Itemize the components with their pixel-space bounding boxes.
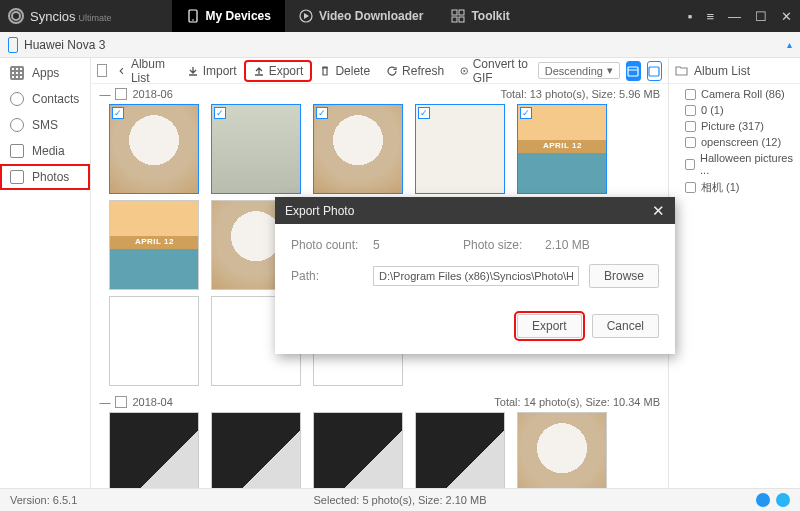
cancel-button[interactable]: Cancel bbox=[592, 314, 659, 338]
group-date: 2018-06 bbox=[132, 88, 172, 100]
album-item[interactable]: 相机 (1) bbox=[673, 178, 796, 197]
photo-thumb[interactable]: ✓ bbox=[211, 104, 301, 194]
group-checkbox[interactable] bbox=[115, 396, 127, 408]
sidebar-item-media[interactable]: Media bbox=[0, 138, 90, 164]
collapse-icon[interactable]: — bbox=[99, 88, 110, 100]
group-header: — 2018-06 Total: 13 photo(s), Size: 5.96… bbox=[91, 84, 668, 104]
count-label: Photo count: bbox=[291, 238, 363, 252]
tab-toolkit[interactable]: Toolkit bbox=[437, 0, 523, 32]
album-item[interactable]: openscreen (12) bbox=[673, 134, 796, 150]
photo-thumb[interactable] bbox=[109, 296, 199, 386]
twitter-icon[interactable] bbox=[776, 493, 790, 507]
btn-label: Refresh bbox=[402, 64, 444, 78]
export-confirm-button[interactable]: Export bbox=[517, 314, 582, 338]
svg-rect-8 bbox=[628, 67, 638, 76]
tab-my-devices[interactable]: My Devices bbox=[172, 0, 285, 32]
sidebar: Apps Contacts SMS Media Photos bbox=[0, 58, 91, 488]
thumbnail-row bbox=[91, 412, 668, 488]
facebook-icon[interactable] bbox=[756, 493, 770, 507]
svg-rect-6 bbox=[459, 17, 464, 22]
brand-name: Syncios bbox=[30, 9, 76, 24]
select-all-checkbox[interactable] bbox=[97, 64, 107, 77]
count-value: 5 bbox=[373, 238, 453, 252]
sidebar-item-photos[interactable]: Photos bbox=[0, 164, 90, 190]
dialog-title-bar: Export Photo ✕ bbox=[275, 197, 675, 224]
svg-point-1 bbox=[192, 19, 194, 21]
photo-thumb[interactable] bbox=[517, 412, 607, 488]
album-panel-header: Album List bbox=[669, 58, 800, 84]
album-icon bbox=[685, 121, 696, 132]
album-item[interactable]: 0 (1) bbox=[673, 102, 796, 118]
device-name: Huawei Nova 3 bbox=[24, 38, 787, 52]
album-icon bbox=[685, 105, 696, 116]
size-label: Photo size: bbox=[463, 238, 535, 252]
sidebar-item-label: Contacts bbox=[32, 92, 79, 106]
photo-thumb[interactable]: APRIL 12 bbox=[109, 200, 199, 290]
path-input[interactable] bbox=[373, 266, 579, 286]
calendar-icon bbox=[627, 65, 639, 77]
brand-edition: Ultimate bbox=[79, 13, 112, 23]
album-panel: Album List Camera Roll (86) 0 (1) Pictur… bbox=[668, 58, 800, 488]
album-item[interactable]: Picture (317) bbox=[673, 118, 796, 134]
delete-button[interactable]: Delete bbox=[312, 62, 377, 80]
photo-thumb[interactable]: ✓ bbox=[109, 104, 199, 194]
export-dialog: Export Photo ✕ Photo count: 5 Photo size… bbox=[275, 197, 675, 354]
album-icon bbox=[685, 137, 696, 148]
play-icon bbox=[299, 9, 313, 23]
message-icon[interactable]: ▪ bbox=[688, 9, 693, 24]
close-window-button[interactable]: ✕ bbox=[781, 9, 792, 24]
browse-button[interactable]: Browse bbox=[589, 264, 659, 288]
album-label: openscreen (12) bbox=[701, 136, 781, 148]
sort-dropdown[interactable]: Descending▾ bbox=[538, 62, 620, 79]
sidebar-item-label: Apps bbox=[32, 66, 59, 80]
tab-label: My Devices bbox=[206, 9, 271, 23]
refresh-icon bbox=[386, 65, 398, 77]
album-item[interactable]: Camera Roll (86) bbox=[673, 86, 796, 102]
group-checkbox[interactable] bbox=[115, 88, 127, 100]
sidebar-item-label: Photos bbox=[32, 170, 69, 184]
minimize-button[interactable]: — bbox=[728, 9, 741, 24]
dialog-close-button[interactable]: ✕ bbox=[652, 202, 665, 220]
chevron-up-icon[interactable]: ▴ bbox=[787, 39, 792, 50]
photo-thumb[interactable] bbox=[415, 412, 505, 488]
maximize-button[interactable]: ☐ bbox=[755, 9, 767, 24]
photos-icon bbox=[10, 170, 24, 184]
version-label: Version: 6.5.1 bbox=[10, 494, 77, 506]
photo-thumb[interactable]: ✓ bbox=[415, 104, 505, 194]
export-button[interactable]: Export bbox=[246, 62, 311, 80]
menu-icon[interactable]: ≡ bbox=[706, 9, 714, 24]
check-icon: ✓ bbox=[214, 107, 226, 119]
photo-thumb[interactable]: ✓APRIL 12 bbox=[517, 104, 607, 194]
photo-thumb[interactable] bbox=[211, 412, 301, 488]
selection-status: Selected: 5 photo(s), Size: 2.10 MB bbox=[313, 494, 486, 506]
dialog-footer: Export Cancel bbox=[275, 314, 675, 354]
refresh-button[interactable]: Refresh bbox=[379, 62, 451, 80]
sidebar-item-sms[interactable]: SMS bbox=[0, 112, 90, 138]
collapse-icon[interactable]: — bbox=[99, 396, 110, 408]
photo-thumb[interactable]: ✓ bbox=[313, 104, 403, 194]
view-date-toggle[interactable] bbox=[626, 61, 641, 81]
window-controls: ▪ ≡ — ☐ ✕ bbox=[688, 9, 792, 24]
sidebar-item-contacts[interactable]: Contacts bbox=[0, 86, 90, 112]
photo-thumb[interactable] bbox=[313, 412, 403, 488]
tab-video-downloader[interactable]: Video Downloader bbox=[285, 0, 437, 32]
album-item[interactable]: Halloween pictures ... bbox=[673, 150, 796, 178]
top-nav-tabs: My Devices Video Downloader Toolkit bbox=[172, 0, 524, 32]
sidebar-item-apps[interactable]: Apps bbox=[0, 60, 90, 86]
gif-icon bbox=[460, 65, 469, 77]
btn-label: Delete bbox=[335, 64, 370, 78]
sort-label: Descending bbox=[545, 65, 603, 77]
check-icon: ✓ bbox=[316, 107, 328, 119]
svg-rect-3 bbox=[452, 10, 457, 15]
import-button[interactable]: Import bbox=[180, 62, 244, 80]
check-icon: ✓ bbox=[418, 107, 430, 119]
view-grid-toggle[interactable] bbox=[647, 61, 662, 81]
btn-label: Import bbox=[203, 64, 237, 78]
album-list-button[interactable]: Album List bbox=[111, 55, 177, 87]
convert-gif-button[interactable]: Convert to GIF bbox=[453, 55, 536, 87]
svg-rect-5 bbox=[452, 17, 457, 22]
trash-icon bbox=[319, 65, 331, 77]
toolkit-icon bbox=[451, 9, 465, 23]
photo-thumb[interactable] bbox=[109, 412, 199, 488]
dialog-info-row: Photo count: 5 Photo size: 2.10 MB bbox=[291, 238, 659, 252]
